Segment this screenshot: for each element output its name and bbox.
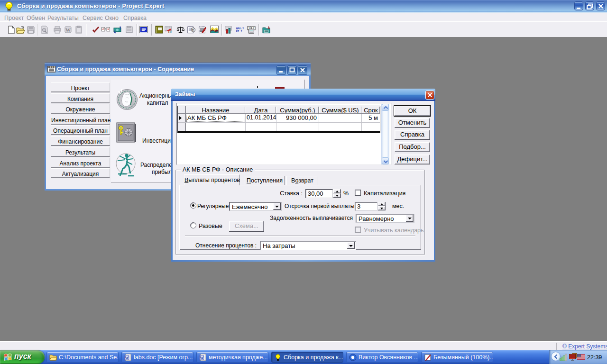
svg-text:W: W [125,355,129,360]
svg-text:W: W [200,355,204,360]
svg-text:W: W [65,27,71,33]
svg-text:PI:?: PI:? [236,30,242,33]
svg-text:CF: CF [168,30,173,34]
